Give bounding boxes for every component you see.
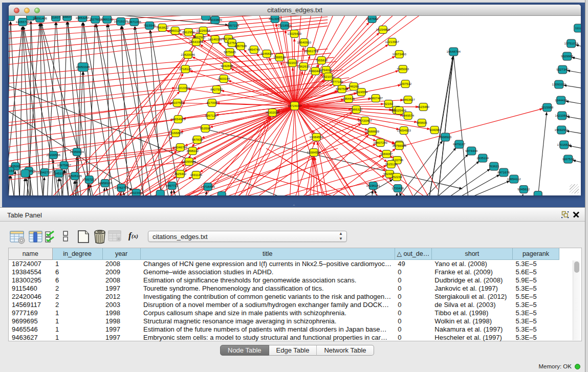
- svg-text:9242848: 9242848: [221, 64, 233, 68]
- svg-text:18807249: 18807249: [373, 141, 387, 144]
- svg-text:2367608: 2367608: [234, 44, 247, 48]
- svg-text:12023446: 12023446: [129, 191, 143, 194]
- svg-text:16033809: 16033809: [208, 18, 222, 21]
- svg-text:10719155: 10719155: [114, 19, 128, 23]
- svg-text:16837: 16837: [63, 16, 72, 18]
- svg-text:10973493: 10973493: [392, 52, 406, 56]
- svg-text:10958107: 10958107: [98, 181, 112, 185]
- svg-text:19384554: 19384554: [307, 150, 321, 154]
- svg-text:1145194: 1145194: [53, 171, 65, 175]
- svg-text:20691406: 20691406: [33, 16, 47, 20]
- svg-text:3498222: 3498222: [186, 149, 199, 152]
- svg-text:6966160: 6966160: [101, 17, 114, 21]
- svg-text:16099488: 16099488: [182, 160, 196, 163]
- svg-text:16782759: 16782759: [114, 186, 128, 189]
- svg-text:7986322: 7986322: [350, 107, 363, 111]
- svg-text:21837: 21837: [52, 16, 61, 19]
- svg-text:17016534: 17016534: [557, 143, 571, 146]
- svg-text:16648784: 16648784: [446, 50, 461, 53]
- svg-text:19756928: 19756928: [392, 144, 406, 147]
- svg-text:3624554: 3624554: [355, 90, 368, 94]
- svg-text:20206556: 20206556: [46, 153, 60, 157]
- svg-text:12942737: 12942737: [37, 170, 52, 174]
- svg-text:252234: 252234: [391, 175, 402, 179]
- svg-text:19654923: 19654923: [171, 117, 185, 121]
- svg-text:10961768: 10961768: [304, 49, 318, 53]
- svg-text:8427552: 8427552: [210, 87, 223, 91]
- svg-text:8471676: 8471676: [497, 170, 510, 174]
- svg-text:12093322: 12093322: [552, 82, 566, 86]
- svg-text:13226058: 13226058: [196, 29, 210, 32]
- svg-text:19463627: 19463627: [401, 98, 415, 101]
- svg-text:8813054: 8813054: [269, 17, 281, 20]
- svg-text:763621: 763621: [489, 164, 499, 168]
- svg-text:1527602: 1527602: [89, 17, 102, 21]
- svg-text:23420046: 23420046: [181, 53, 195, 56]
- svg-text:10853257: 10853257: [75, 16, 90, 19]
- svg-text:8960124: 8960124: [169, 29, 182, 32]
- svg-text:989605: 989605: [417, 121, 427, 124]
- svg-text:13654923: 13654923: [397, 128, 411, 132]
- svg-text:9084067: 9084067: [380, 152, 393, 156]
- svg-text:10025438: 10025438: [392, 108, 406, 112]
- svg-text:1297512: 1297512: [399, 82, 412, 85]
- svg-text:10807487: 10807487: [368, 96, 383, 100]
- svg-text:9146821: 9146821: [260, 52, 273, 55]
- svg-text:15716485: 15716485: [201, 185, 215, 188]
- svg-text:6322037: 6322037: [286, 61, 299, 64]
- svg-text:2364436: 2364436: [342, 97, 355, 100]
- svg-text:1621072: 1621072: [322, 75, 335, 78]
- svg-text:14196141: 14196141: [366, 184, 380, 187]
- svg-text:19166825: 19166825: [168, 131, 183, 135]
- svg-text:1691144: 1691144: [190, 173, 202, 177]
- svg-text:5875685: 5875685: [224, 50, 236, 54]
- svg-text:16210643: 16210643: [555, 114, 569, 117]
- svg-text:6794028: 6794028: [320, 68, 333, 72]
- svg-text:18146328: 18146328: [208, 37, 222, 41]
- svg-text:12213369: 12213369: [176, 86, 190, 90]
- svg-text:9457721: 9457721: [166, 184, 179, 187]
- svg-text:18640910: 18640910: [297, 40, 311, 44]
- svg-text:16046788: 16046788: [173, 145, 187, 149]
- svg-text:2603144: 2603144: [217, 77, 230, 80]
- svg-text:17957223: 17957223: [82, 178, 96, 181]
- svg-text:12213967: 12213967: [385, 40, 399, 43]
- svg-text:7485003: 7485003: [397, 67, 409, 71]
- svg-text:7955812: 7955812: [315, 58, 328, 62]
- svg-text:1362615: 1362615: [297, 64, 310, 68]
- svg-text:15720407: 15720407: [358, 119, 372, 122]
- svg-text:2637682: 2637682: [366, 17, 379, 20]
- svg-text:9245612: 9245612: [517, 187, 530, 191]
- svg-text:587833: 587833: [192, 138, 203, 141]
- svg-text:8912954: 8912954: [182, 30, 195, 34]
- svg-text:9777169: 9777169: [331, 80, 343, 83]
- svg-text:6479197: 6479197: [453, 142, 466, 146]
- svg-text:746266: 746266: [349, 84, 359, 88]
- svg-text:16154808: 16154808: [376, 28, 390, 31]
- svg-text:1588520: 1588520: [273, 55, 286, 59]
- svg-text:25302035: 25302035: [265, 111, 279, 114]
- svg-text:10688609: 10688609: [365, 129, 379, 133]
- svg-text:10975867: 10975867: [57, 163, 71, 167]
- svg-text:10654112: 10654112: [507, 177, 521, 181]
- svg-text:19218506: 19218506: [277, 24, 292, 27]
- svg-text:817006: 817006: [207, 101, 217, 104]
- svg-text:26053346: 26053346: [76, 65, 90, 69]
- svg-text:16543362: 16543362: [189, 40, 203, 43]
- svg-text:18107552: 18107552: [170, 101, 184, 104]
- svg-text:9227342: 9227342: [556, 68, 569, 71]
- svg-text:13325419: 13325419: [287, 32, 301, 35]
- svg-text:9357224: 9357224: [227, 24, 239, 27]
- svg-text:12505135: 12505135: [68, 174, 82, 178]
- svg-text:10671355: 10671355: [127, 20, 141, 24]
- svg-text:(x): (x): [132, 233, 138, 239]
- svg-text:8454749: 8454749: [248, 48, 260, 51]
- svg-text:7625402: 7625402: [174, 172, 187, 176]
- svg-text:9474444: 9474444: [465, 149, 478, 152]
- svg-text:7663822: 7663822: [156, 26, 169, 29]
- svg-text:18724007: 18724007: [288, 104, 302, 107]
- svg-text:14055724: 14055724: [15, 20, 30, 24]
- svg-text:15692971: 15692971: [554, 128, 569, 132]
- svg-text:17359924: 17359924: [70, 150, 84, 154]
- svg-text:39154: 39154: [9, 169, 14, 172]
